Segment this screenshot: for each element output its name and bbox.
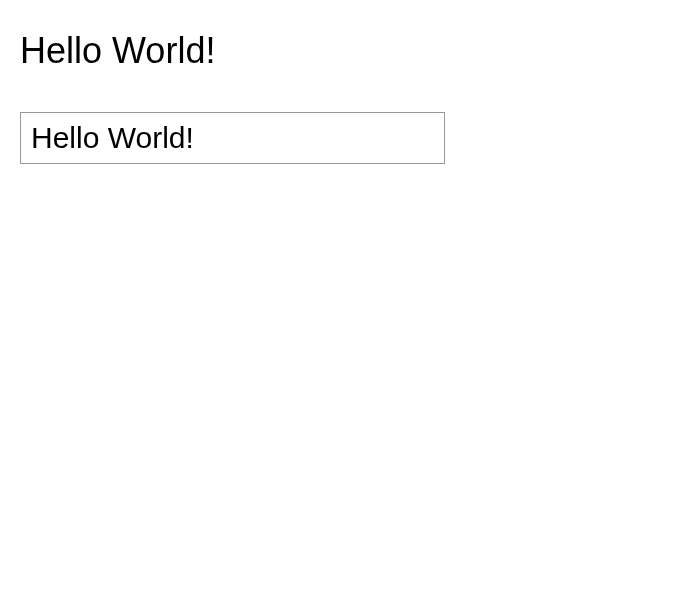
- page-content: Hello World!: [0, 0, 678, 184]
- page-heading: Hello World!: [20, 30, 658, 72]
- message-input[interactable]: [20, 112, 445, 164]
